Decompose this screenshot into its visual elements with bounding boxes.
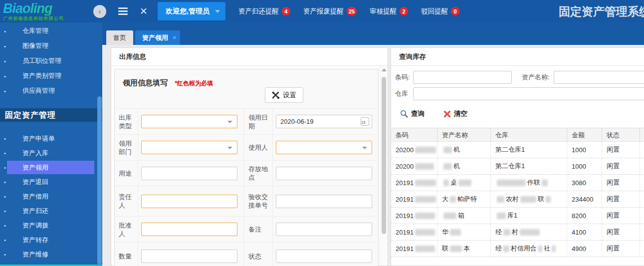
notif-audit[interactable]: 审核提醒 2 (370, 7, 408, 16)
outbound-info-panel: 出库信息 领用信息填写 *红色框为必填 设置 (111, 47, 388, 266)
field-label: 责任人 (115, 186, 138, 216)
table-row[interactable]: 20191 华 经村 4100 闲置 (391, 224, 644, 241)
form-row: 出库类型 领用日期 2020-06-19 15 (115, 108, 378, 134)
sidebar-item-warehouse-mgmt[interactable]: •仓库管理 (0, 24, 102, 38)
sidebar-item-image-mgmt[interactable]: •图像管理 (0, 39, 102, 53)
field-label: 批准人 (115, 217, 138, 242)
inventory-query-panel: 查询库存 条码: 资产名称: 仓库 (391, 47, 644, 266)
issue-date-input[interactable]: 2020-06-19 15 (276, 115, 372, 128)
notif-badge: 0 (451, 7, 459, 15)
required-note: *红色框为必填 (175, 80, 213, 87)
issue-department-select[interactable] (141, 141, 237, 154)
table-row[interactable]: 20200 机 第二仓库1 1000 闲置 (391, 142, 644, 158)
remark-input[interactable] (276, 223, 372, 236)
sidebar-section-fixed-assets[interactable]: 固定资产管理 (0, 108, 102, 122)
sidebar-scrollbar[interactable] (97, 96, 102, 265)
sidebar-item-asset-repair[interactable]: •资产维修 (0, 248, 102, 262)
tab-strip: 首页 资产领用 ✕ (102, 22, 644, 45)
bullet-icon: • (4, 72, 6, 80)
sidebar-item-asset-giveback[interactable]: •资产归还 (0, 204, 102, 218)
outbound-type-select[interactable] (141, 115, 237, 128)
search-button[interactable]: 查询 (400, 109, 425, 118)
close-icon[interactable]: ✕ (140, 6, 148, 16)
asset-name-input[interactable] (554, 71, 644, 84)
calendar-icon[interactable]: 15 (361, 117, 369, 126)
search-label: 查询 (411, 109, 425, 118)
logo-title: Biaoling (3, 2, 102, 15)
company-logo: Biaoling 广州标领信息科技有限公司 (0, 2, 102, 21)
status-input[interactable] (276, 250, 372, 263)
sidebar-item-asset-request[interactable]: •资产申请单 (0, 132, 102, 146)
responsible-person-input[interactable] (141, 195, 237, 208)
menu-icon[interactable] (118, 6, 128, 17)
table-row[interactable]: 20191 大帕萨特 农村联 234400 闲置 (391, 191, 644, 208)
table-row[interactable]: 20191 联本 经村信用合社 4900 闲置 (391, 241, 644, 257)
redacted-text (520, 196, 536, 203)
scroll-up-icon[interactable] (382, 68, 387, 71)
redacted-text (538, 246, 542, 252)
redacted-text (520, 229, 540, 236)
scrollbar-thumb[interactable] (382, 77, 386, 234)
system-title: 固定资产管理系统 (559, 4, 644, 19)
bullet-icon: • (4, 251, 6, 259)
redacted-text (443, 163, 452, 170)
redacted-text (443, 147, 452, 153)
chevron-down-icon (362, 147, 367, 149)
sidebar-item-asset-transfer[interactable]: •资产调拨 (0, 219, 102, 233)
outbound-panel-title: 出库信息 (111, 48, 388, 66)
form-scrollbar[interactable] (380, 66, 388, 265)
col-cutoff (640, 128, 644, 141)
issue-form-panel: 领用信息填写 *红色框为必填 设置 出库类型 (114, 69, 379, 266)
bullet-icon: • (4, 193, 6, 201)
chevron-down-icon (227, 121, 232, 123)
tab-home[interactable]: 首页 (106, 30, 133, 45)
bullet-icon: • (4, 178, 6, 186)
notif-asset-scrap[interactable]: 资产报废提醒 25 (303, 7, 357, 16)
inventory-search-form: 条码: 资产名称: 仓库 (391, 66, 644, 120)
redacted-text (458, 180, 471, 186)
approver-input[interactable] (141, 223, 237, 236)
top-bar: Biaoling 广州标领信息科技有限公司 ‹ ✕ 欢迎您,管理员 资产归还提醒… (0, 0, 644, 22)
acceptance-doc-input[interactable] (276, 195, 372, 208)
clear-label: 清空 (454, 109, 467, 118)
form-row: 批准人 备注 (115, 216, 378, 242)
clear-button[interactable]: 清空 (443, 109, 467, 118)
field-label: 领用部门 (115, 135, 138, 160)
chevron-down-icon (227, 147, 232, 149)
user-select[interactable] (276, 141, 372, 154)
sidebar-item-asset-issue[interactable]: •资产领用 (0, 161, 102, 175)
warehouse-input[interactable] (413, 87, 644, 100)
tab-close-icon[interactable]: ✕ (173, 30, 177, 45)
quantity-input[interactable] (141, 250, 237, 263)
table-row[interactable]: 20191 桌 作联 3080 闲置 (391, 175, 644, 191)
redacted-text (415, 163, 434, 170)
tab-asset-issue[interactable]: 资产领用 ✕ (135, 30, 180, 45)
redacted-text (497, 196, 504, 203)
user-menu-button[interactable]: 欢迎您,管理员 (158, 2, 225, 20)
sidebar-item-asset-borrow[interactable]: •资产借用 (0, 190, 102, 204)
bullet-icon: • (4, 42, 6, 50)
sidebar-item-asset-return-back[interactable]: •资产退回 (0, 175, 102, 189)
table-row[interactable]: 20191 箱 库1 8200 闲置 (391, 208, 644, 224)
col-warehouse: 仓库 (491, 128, 567, 141)
sidebar-collapse-button[interactable]: ‹ (93, 5, 106, 18)
sidebar-item-employee-mgmt[interactable]: •员工职位管理 (0, 54, 102, 68)
redacted-text (503, 246, 509, 252)
sidebar-item-asset-inbound[interactable]: •资产入库 (0, 146, 102, 160)
sidebar-item-asset-category-mgmt[interactable]: •资产类别管理 (0, 69, 102, 83)
sidebar-item-supplier-mgmt[interactable]: •供应商管理 (0, 84, 102, 98)
settings-button[interactable]: 设置 (265, 87, 303, 103)
form-row: 数量 状态 (115, 242, 378, 266)
bullet-icon: • (4, 164, 6, 172)
sidebar-item-asset-store[interactable]: •资产转存 (0, 233, 102, 247)
notif-asset-return[interactable]: 资产归还提醒 4 (238, 7, 290, 16)
field-label: 状态 (243, 243, 272, 266)
redacted-text (415, 180, 436, 186)
purpose-input[interactable] (141, 167, 237, 180)
bullet-icon: • (4, 135, 6, 143)
barcode-input[interactable] (413, 71, 512, 84)
table-row[interactable]: 20200 机 第二仓库1 1000 闲置 (391, 158, 644, 175)
notif-badge: 4 (282, 7, 290, 15)
notif-reject[interactable]: 驳回提醒 0 (421, 7, 459, 16)
storage-location-input[interactable] (276, 167, 372, 180)
